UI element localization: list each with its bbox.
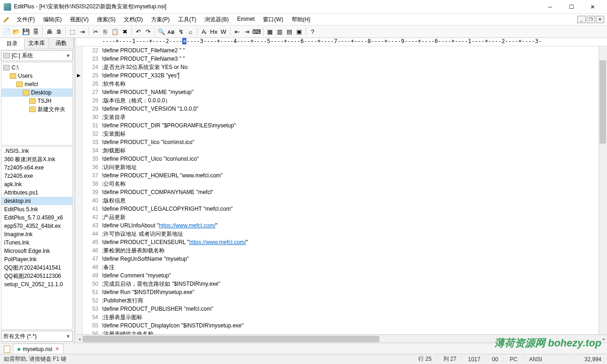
code-line[interactable]: ;备注 — [102, 263, 607, 271]
code-line[interactable]: ;注册表显示图标 — [102, 313, 607, 321]
menu-7[interactable]: 浏览器(B) — [201, 15, 232, 25]
file-item[interactable]: setup_CN_2052_11.1.0 — [1, 280, 72, 289]
code-line[interactable]: ;注册表键值文件名称 — [102, 330, 607, 334]
redo-icon[interactable]: ↷ — [143, 27, 153, 36]
file-item[interactable]: .NSIS..lnk — [1, 147, 72, 155]
menu-10[interactable]: 帮助(H) — [288, 15, 314, 25]
menu-9[interactable]: 窗口(W) — [259, 15, 287, 25]
file-item[interactable]: Microsoft Edge.lnk — [1, 247, 72, 255]
file-item[interactable]: 7z2405.exe — [1, 172, 72, 180]
find-icon[interactable]: 🔍 — [157, 27, 166, 36]
file-item[interactable]: apk.lnk — [1, 180, 72, 188]
code-line[interactable]: ;版本信息（格式：0.0.0.0） — [102, 96, 607, 105]
code-line[interactable]: ;要检测的注册表卸载名称 — [102, 246, 607, 255]
undo-icon[interactable]: ↶ — [134, 27, 143, 36]
tab-close-icon[interactable]: ✕ — [55, 346, 59, 352]
tree-item[interactable]: mefcl — [1, 80, 72, 88]
menu-6[interactable]: 工具(T) — [174, 15, 200, 25]
code-line[interactable]: ;是否允许32位系统安装 YES or No — [102, 63, 607, 71]
save-icon[interactable]: 💾 — [21, 27, 31, 36]
tree-item[interactable]: Users — [1, 72, 72, 80]
file-item[interactable]: EditPlus 5.lnk — [1, 205, 72, 213]
side-tab-2[interactable]: 函数 — [49, 38, 74, 49]
file-item[interactable]: Attributes.ps1 — [1, 188, 72, 197]
code-line[interactable]: ;安装图标 — [102, 130, 607, 138]
file-filter[interactable]: 所有文件 (*.*) — [1, 331, 73, 342]
url-link[interactable]: https://www.mefcl.com/ — [159, 222, 216, 229]
code-line[interactable]: ;访问更新地址 — [102, 163, 607, 171]
menu-4[interactable]: 文档(D) — [120, 15, 147, 25]
code-line[interactable]: ;产品更新 — [102, 213, 607, 221]
hex-icon[interactable]: ⬚ — [68, 27, 77, 36]
file-item[interactable]: EditPlus_5.7.0.4589_x6 — [1, 213, 72, 222]
hex2-icon[interactable]: Hx — [209, 27, 218, 36]
side-tab-0[interactable]: 目录 — [0, 38, 25, 49]
file-item[interactable]: epp570_4352_64bit.ex — [1, 222, 72, 230]
menu-3[interactable]: 搜索(S) — [93, 15, 119, 25]
document-tab[interactable]: ◆ mysetup.nsi ✕ — [13, 344, 64, 354]
open-icon[interactable]: 📂 — [12, 27, 21, 36]
file-item[interactable]: Imagine.lnk — [1, 230, 72, 238]
code-line[interactable]: !define PRODUCT_FileName3 " " — [102, 55, 607, 63]
scrollbar-thumb[interactable] — [600, 60, 606, 144]
copy-icon[interactable]: ⎘ — [101, 27, 110, 36]
save-all-icon[interactable]: 🗄 — [31, 27, 40, 36]
tree-item[interactable]: TSJH — [1, 97, 72, 105]
file-item[interactable]: 7z2405-x64.exe — [1, 163, 72, 172]
code-line[interactable]: ;完成后启动，需包含路径如 "$INSTDIR\my.exe" — [102, 280, 607, 288]
menu-0[interactable]: 文件(F) — [13, 15, 38, 25]
window3-icon[interactable]: ▤ — [285, 27, 294, 36]
find-files-icon[interactable]: ⌕ — [186, 27, 195, 36]
code-line[interactable]: !define PRODUCT_VERSION "1.0.0.0" — [102, 105, 607, 113]
mdi-close-button[interactable]: ✕ — [596, 16, 604, 23]
drive-selector[interactable]: [C:] 系统 — [1, 50, 73, 61]
char-icon[interactable]: ⌨ — [252, 27, 261, 36]
print-icon[interactable]: 🖶 — [45, 27, 54, 36]
code-line[interactable]: !define PRODUCT_LEGALCOPYRIGHT "mefcl.co… — [102, 205, 607, 213]
code-line[interactable]: !define Run "$INSTDIR\mysetup.exe" — [102, 288, 607, 296]
replace-icon[interactable]: ᴀᴃ — [166, 27, 176, 36]
horizontal-scrollbar[interactable]: ◂ ▸ — [76, 334, 607, 343]
minimize-button[interactable]: ─ — [539, 0, 561, 14]
code-line[interactable]: !define PRODUCT_PUBLISHER "mefcl.com" — [102, 305, 607, 313]
file-list[interactable]: .NSIS..lnk360 极速浏览器X.lnk7z2405-x64.exe7z… — [1, 146, 73, 330]
code-line[interactable]: !define PRODUCT_DIR "$PROGRAMFILES\myset… — [102, 121, 607, 130]
maximize-button[interactable]: ☐ — [561, 0, 582, 14]
file-item[interactable]: iTunes.lnk — [1, 238, 72, 247]
file-item[interactable]: QQ图片202404141541 — [1, 264, 72, 272]
menu-2[interactable]: 视图(V) — [66, 15, 92, 25]
outdent-icon[interactable]: ⇥ — [242, 27, 251, 36]
help-icon[interactable]: ? — [308, 27, 317, 36]
code-line[interactable]: ;公司名称 — [102, 180, 607, 188]
code-line[interactable]: ;安装目录 — [102, 113, 607, 121]
code-line[interactable]: ▶!define PRODUCT_X32B "yes" — [102, 71, 607, 80]
window1-icon[interactable]: ▦ — [265, 27, 275, 36]
code-line[interactable]: !define PRODUCT_Iico "Icon\inst.ico" — [102, 138, 607, 146]
side-tab-1[interactable]: 文本库 — [25, 38, 49, 49]
code-editor[interactable]: !define PRODUCT_FileName2 " "!define PRO… — [102, 46, 607, 334]
menu-5[interactable]: 方案(P) — [147, 15, 173, 25]
indent-icon[interactable]: ⇤ — [232, 27, 242, 36]
scroll-right-icon[interactable]: ▸ — [601, 335, 607, 343]
mdi-minimize-button[interactable]: _ — [577, 16, 586, 23]
menu-1[interactable]: 编辑(E) — [39, 15, 65, 25]
code-line[interactable]: ;卸载图标 — [102, 146, 607, 155]
spell-icon[interactable]: Aᵢ — [199, 27, 209, 36]
code-line[interactable]: ;Publisher发行商 — [102, 296, 607, 305]
code-line[interactable]: !define RegUnSoftName "mysetup" — [102, 255, 607, 263]
window4-icon[interactable]: ▣ — [294, 27, 304, 36]
code-line[interactable]: !define PRODUCT_DisplayIcon "$INSTDIR\my… — [102, 321, 607, 330]
code-line[interactable]: !define Comment "mysetup" — [102, 271, 607, 280]
new-icon[interactable]: 📄 — [2, 27, 11, 36]
url-link[interactable]: https://www.mefcl.com/ — [189, 239, 246, 245]
scroll-left-icon[interactable]: ◂ — [76, 335, 83, 343]
menu-8[interactable]: Emmet — [233, 15, 258, 25]
mdi-restore-button[interactable]: ❐ — [587, 16, 595, 23]
file-item[interactable]: desktop.ini — [1, 197, 72, 205]
window2-icon[interactable]: ▥ — [275, 27, 284, 36]
code-line[interactable]: !define PRODUCT_LICENSEURL "https://www.… — [102, 238, 607, 246]
code-line[interactable]: !define PRODUCT_NAME "mysetup" — [102, 88, 607, 96]
file-item[interactable]: 360 极速浏览器X.lnk — [1, 155, 72, 163]
print-preview-icon[interactable]: 🗎 — [54, 27, 64, 36]
paste-icon[interactable]: 📋 — [110, 27, 120, 36]
